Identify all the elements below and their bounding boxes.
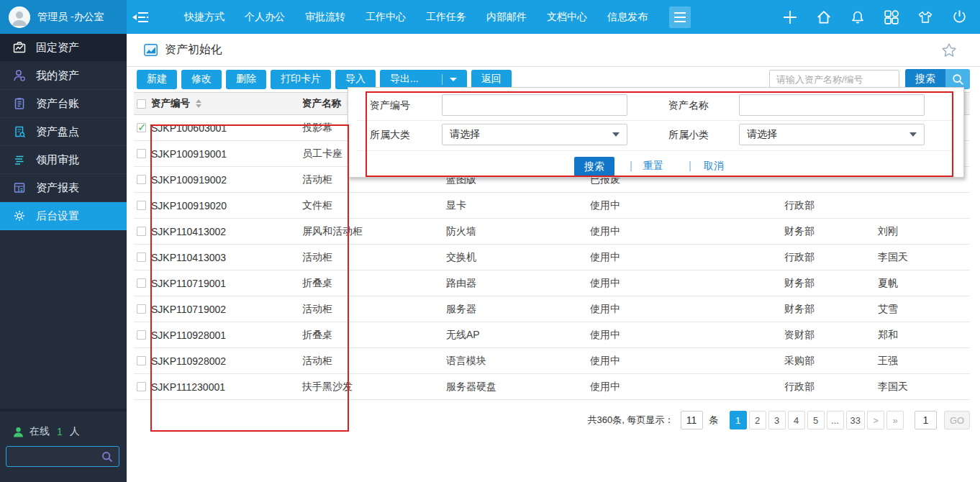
- table-row[interactable]: SJKP110928002活动柜语言模块使用中采购部王强: [134, 348, 970, 374]
- cell-asset-code: SJKP110719001: [151, 270, 226, 296]
- fixed-assets-icon: [13, 41, 26, 54]
- table-row[interactable]: SJKP100919020文件柜显卡使用中行政部: [134, 193, 970, 219]
- cell-asset-code: SJKP100919020: [151, 193, 227, 218]
- row-checkbox[interactable]: [137, 149, 146, 158]
- filter-subcategory-select[interactable]: 请选择: [739, 124, 925, 145]
- filter-cancel-button[interactable]: 取消: [704, 160, 724, 173]
- cell-user: 李国天: [878, 245, 908, 270]
- apps-icon[interactable]: [884, 9, 899, 25]
- row-checkbox[interactable]: [137, 201, 146, 210]
- cell-item-name: 语言模块: [446, 348, 486, 373]
- row-checkbox[interactable]: [137, 123, 146, 132]
- page-button-5[interactable]: 5: [807, 411, 825, 429]
- shirt-icon[interactable]: [917, 9, 933, 25]
- nav-item-2[interactable]: 个人办公: [235, 0, 295, 34]
- table-row[interactable]: SJKP110413002屏风和活动柜防火墙使用中财务部刘刚: [134, 219, 970, 245]
- row-checkbox[interactable]: [137, 253, 146, 262]
- page-button-33[interactable]: 33: [846, 411, 865, 429]
- cell-asset-code: SJKP110928001: [151, 322, 226, 347]
- nav-item-1[interactable]: 快捷方式: [174, 0, 235, 34]
- nav-item-3[interactable]: 审批流转: [295, 0, 355, 34]
- cell-status: 使用中: [590, 296, 620, 322]
- sidebar-item-6[interactable]: 资产报表: [0, 174, 127, 202]
- approval-icon: [13, 153, 26, 166]
- table-row[interactable]: SJKP110719002活动柜服务器使用中财务部艾雪: [134, 296, 970, 322]
- favorite-star-icon[interactable]: [941, 42, 957, 58]
- edit-button[interactable]: 修改: [181, 70, 222, 89]
- search-icon: [945, 69, 970, 89]
- back-button[interactable]: 返回: [471, 70, 512, 89]
- cell-asset-code: SJKP100603001: [151, 115, 227, 140]
- filter-name-input[interactable]: [739, 94, 925, 116]
- table-row[interactable]: SJKP110928001折叠桌无线AP使用中资财部郑和: [134, 322, 970, 348]
- export-button[interactable]: 导出...: [380, 70, 467, 89]
- page-button-4[interactable]: 4: [788, 411, 805, 429]
- nav-item-6[interactable]: 内部邮件: [476, 0, 537, 34]
- print-card-button[interactable]: 打印卡片: [271, 70, 331, 89]
- bell-icon[interactable]: [850, 9, 866, 25]
- row-checkbox[interactable]: [137, 227, 146, 236]
- search-button[interactable]: 搜索: [905, 69, 970, 89]
- nav-item-4[interactable]: 工作中心: [355, 0, 416, 34]
- cell-status: 使用中: [590, 348, 620, 373]
- filter-reset-button[interactable]: 重置: [643, 160, 663, 173]
- filter-search-button[interactable]: 搜索: [574, 157, 614, 176]
- sidebar-item-label: 资产台账: [36, 97, 79, 111]
- cell-department: 资财部: [784, 322, 815, 347]
- nav-item-8[interactable]: 信息发布: [597, 0, 658, 34]
- asset-search-input[interactable]: [769, 70, 899, 89]
- user-area[interactable]: 管理员 -办公室: [0, 0, 127, 34]
- table-row[interactable]: SJKP111230001扶手黑沙发服务器硬盘使用中行政部李国天: [134, 374, 970, 400]
- page-button-2[interactable]: 2: [749, 411, 766, 429]
- sidebar-collapse-button[interactable]: [127, 0, 155, 34]
- column-header-asset-name[interactable]: 资产名称: [302, 93, 353, 114]
- row-checkbox[interactable]: [137, 356, 146, 365]
- sidebar-divider: [0, 409, 127, 411]
- cell-item-name: 服务器: [446, 296, 476, 322]
- row-checkbox[interactable]: [137, 382, 146, 391]
- sidebar-item-5[interactable]: 领用审批: [0, 146, 127, 174]
- plus-icon[interactable]: [782, 9, 798, 25]
- goto-page-input[interactable]: [915, 411, 937, 429]
- nav-item-7[interactable]: 文档中心: [537, 0, 597, 34]
- table-row[interactable]: SJKP110719001折叠桌路由器使用中财务部夏帆: [134, 270, 970, 296]
- sidebar-item-4[interactable]: 资产盘点: [0, 118, 127, 146]
- last-page-button[interactable]: »: [886, 411, 904, 429]
- page-size-input[interactable]: [681, 411, 703, 429]
- cell-user: 夏帆: [878, 270, 898, 296]
- power-icon[interactable]: [951, 9, 967, 25]
- nav-item-5[interactable]: 工作任务: [416, 0, 476, 34]
- home-icon[interactable]: [816, 9, 832, 25]
- sidebar-item-1[interactable]: 固定资产: [0, 34, 127, 62]
- row-checkbox[interactable]: [137, 175, 146, 184]
- filter-code-input[interactable]: [442, 94, 627, 116]
- row-checkbox[interactable]: [137, 330, 146, 340]
- cell-status: 使用中: [590, 245, 620, 270]
- delete-button[interactable]: 删除: [226, 70, 266, 89]
- cell-asset-name: 活动柜: [302, 348, 332, 373]
- sort-icon[interactable]: [196, 99, 201, 108]
- new-button[interactable]: 新建: [137, 70, 177, 89]
- select-all-checkbox[interactable]: [137, 99, 146, 109]
- next-page-button[interactable]: >: [867, 411, 884, 429]
- top-nav: 快捷方式个人办公审批流转工作中心工作任务内部邮件文档中心信息发布: [174, 0, 658, 34]
- row-checkbox-cell: [137, 348, 146, 373]
- sidebar-item-7[interactable]: 后台设置: [0, 202, 127, 230]
- online-unit: 人: [70, 425, 80, 438]
- sidebar-search-input[interactable]: [6, 446, 119, 467]
- row-checkbox-cell: [137, 296, 146, 322]
- sidebar-item-2[interactable]: 我的资产: [0, 62, 127, 90]
- go-button[interactable]: GO: [944, 411, 970, 429]
- table-row[interactable]: SJKP110413003活动柜交换机使用中行政部李国天: [134, 245, 970, 270]
- sidebar-item-3[interactable]: 资产台账: [0, 90, 127, 118]
- page-ellipsis[interactable]: ...: [827, 411, 844, 429]
- filter-category-select[interactable]: 请选择: [442, 124, 627, 145]
- import-button[interactable]: 导入: [335, 70, 376, 89]
- column-header-asset-code[interactable]: 资产编号: [151, 93, 201, 114]
- row-checkbox[interactable]: [137, 278, 146, 288]
- page-button-1[interactable]: 1: [730, 411, 747, 429]
- page-button-3[interactable]: 3: [768, 411, 786, 429]
- menu-toggle-button[interactable]: [669, 6, 691, 28]
- settings-icon: [13, 209, 26, 222]
- row-checkbox[interactable]: [137, 304, 146, 314]
